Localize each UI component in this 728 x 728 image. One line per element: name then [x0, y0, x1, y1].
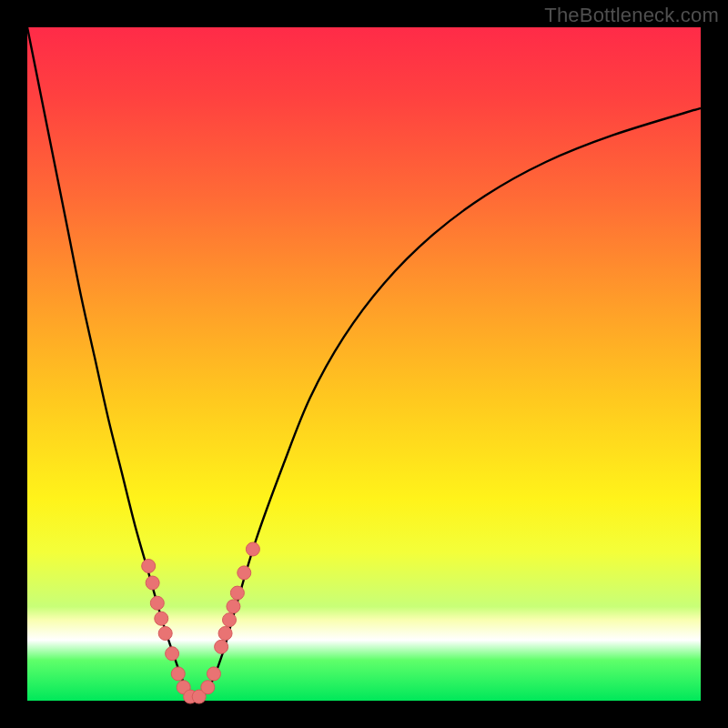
data-marker: [223, 613, 237, 627]
data-marker: [150, 596, 164, 610]
marker-layer: [142, 542, 260, 703]
chart-plot-area: [27, 27, 701, 701]
data-marker: [207, 667, 220, 681]
data-marker: [218, 627, 232, 641]
data-marker: [142, 560, 156, 573]
data-marker: [230, 586, 244, 600]
data-marker: [171, 667, 185, 681]
data-marker: [246, 542, 259, 556]
data-marker: [146, 576, 159, 590]
watermark-text: TheBottleneck.com: [544, 4, 719, 27]
data-marker: [215, 640, 228, 653]
data-marker: [238, 566, 251, 580]
data-marker: [227, 600, 240, 613]
chart-svg: [27, 27, 701, 701]
chart-frame: TheBottleneck.com: [0, 0, 728, 728]
data-marker: [166, 647, 179, 661]
data-marker: [158, 627, 172, 641]
data-marker: [201, 681, 215, 694]
bottleneck-curve: [27, 27, 701, 701]
data-marker: [155, 612, 168, 625]
